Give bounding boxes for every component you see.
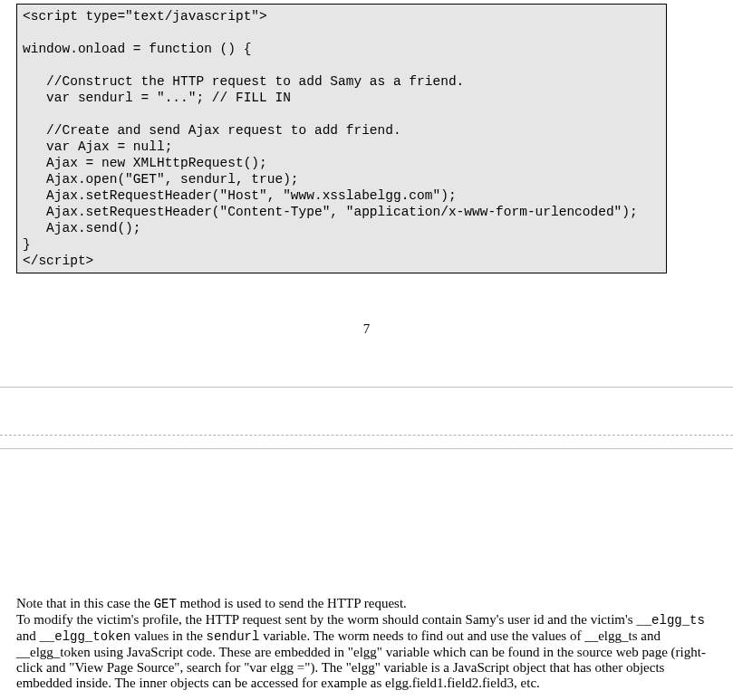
code-line: Ajax = new XMLHttpRequest(); [23,156,267,170]
code-line: } [23,237,31,252]
code-line: Ajax.setRequestHeader("Host", "www.xssla… [23,188,457,203]
text-run: values in the [130,628,206,643]
code-line: window.onload = function () { [23,42,251,56]
text-run: To modify the victim's profile, the HTTP… [16,612,636,627]
section-divider [0,387,733,388]
code-line: Ajax.send(); [23,221,141,235]
document-page: <script type="text/javascript"> window.o… [0,0,733,700]
section-divider [0,448,733,449]
code-line: Ajax.open("GET", sendurl, true); [23,172,299,187]
page-break-dashed [0,435,733,436]
page-number: 7 [0,321,733,337]
code-line: var Ajax = null; [23,139,172,154]
inline-code: GET [154,597,177,611]
inline-code: __elgg_token [39,629,130,644]
text-run: Note that in this case the [16,596,154,610]
text-run: method is used to send the HTTP request. [177,596,407,610]
code-line: </script> [23,254,93,268]
inline-code: __elgg_ts [636,613,705,628]
code-line: //Construct the HTTP request to add Samy… [23,74,464,89]
inline-code: sendurl [207,629,260,644]
code-line: //Create and send Ajax request to add fr… [23,123,401,138]
code-block: <script type="text/javascript"> window.o… [16,4,667,273]
code-line: var sendurl = "..."; // FILL IN [23,91,291,105]
body-paragraph: Note that in this case the GET method is… [16,596,714,691]
code-line: <script type="text/javascript"> [23,9,267,24]
text-run: and [16,628,39,643]
code-line: Ajax.setRequestHeader("Content-Type", "a… [23,205,638,219]
